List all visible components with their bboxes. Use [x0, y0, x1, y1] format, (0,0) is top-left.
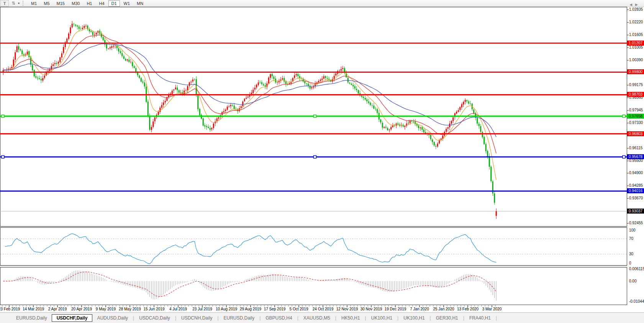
arrows-dropdown-caret[interactable]: ▾	[18, 2, 20, 5]
date-label: 12 Nov 2019	[336, 307, 358, 311]
hline-handle[interactable]	[2, 156, 4, 158]
date-label: 4 Jul 2019	[169, 307, 187, 311]
price-tick-label: 0.96115	[629, 146, 642, 150]
chart-tab-uk100-h1[interactable]: UK100,H1	[399, 314, 429, 322]
price-tick-mark	[627, 123, 629, 123]
chart-tab-eurusd-daily[interactable]: EURUSD,Daily	[11, 314, 52, 322]
timeframe-button-m5[interactable]: M5	[41, 0, 52, 7]
top-toolbar: T ⇅ ▾ M1M5M15M30H1H4D1W1MN	[0, 0, 644, 7]
timeframe-button-m30[interactable]: M30	[69, 0, 83, 7]
hline-handle[interactable]	[314, 156, 316, 158]
price-tick-label: 0.97945	[629, 108, 643, 112]
hline-handle[interactable]	[2, 115, 4, 117]
price-badge-0.94016: 0.94016	[627, 188, 644, 193]
chart-tab-hk50-h1[interactable]: HK50,H1	[337, 314, 365, 322]
price-tick-label: 0.93670	[629, 196, 643, 200]
price-tick-mark	[627, 148, 629, 148]
tab-scroll-left-icon[interactable]: ◀	[629, 3, 635, 7]
price-tick-label: 0.99175	[629, 83, 643, 87]
price-badge-0.99800: 0.99800	[627, 69, 644, 74]
chart-tab-audusd-daily[interactable]: AUDUSD,Daily	[92, 314, 133, 322]
terminal-window: T ⇅ ▾ M1M5M15M30H1H4D1W1MN ▼ USDCHF,Dail…	[0, 0, 644, 323]
date-label: 23 Jul 2019	[192, 307, 212, 311]
date-label: 2 Apr 2019	[48, 307, 67, 311]
price-tick-mark	[627, 223, 629, 223]
timeframe-button-mn[interactable]: MN	[134, 0, 146, 7]
current-price-badge: 0.93037	[627, 209, 644, 214]
timeframe-button-h4[interactable]: H4	[96, 0, 107, 7]
price-axis[interactable]: 1.028351.022201.016051.010051.003900.991…	[627, 7, 644, 305]
chart-tab-fra40-h1[interactable]: FRA40,H1	[465, 314, 495, 322]
date-label: 14 Mar 2019	[23, 307, 44, 311]
macd-scale-label: 0.00	[629, 279, 636, 283]
chart-tab-ger30-h1[interactable]: GER30,H1	[431, 314, 463, 322]
date-label: 20 Apr 2019	[71, 307, 92, 311]
chart-tab-uk100-h1[interactable]: UK100,H1	[367, 314, 397, 322]
rsi-scale-label: 30	[629, 252, 633, 256]
price-tick-label: 1.01605	[629, 33, 643, 37]
chart-tab-usdchf-daily[interactable]: USDCHF,Daily	[52, 314, 93, 322]
chart-tab-gbpusd-h4[interactable]: GBPUSD,H4	[261, 314, 297, 322]
date-label: 19 Dec 2019	[385, 307, 406, 311]
macd-scale-label: 0.006115	[629, 267, 644, 271]
date-label: 28 May 2019	[119, 307, 141, 311]
hline-handle[interactable]	[623, 115, 625, 117]
price-tick-mark	[627, 35, 629, 35]
timeframe-button-m15[interactable]: M15	[54, 0, 68, 7]
chart-tab-xauusd-m5[interactable]: XAUUSD,M5	[299, 314, 335, 322]
price-tick-label: 1.02220	[629, 20, 643, 24]
date-label: 10 Aug 2019	[216, 307, 237, 311]
price-tick-mark	[627, 47, 629, 48]
date-label: 5 Oct 2019	[290, 307, 308, 311]
chart-tab-usdcad-daily[interactable]: USDCAD,Daily	[134, 314, 175, 322]
price-tick-mark	[627, 161, 629, 161]
price-tick-mark	[627, 98, 629, 98]
date-label: 30 Nov 2019	[361, 307, 382, 311]
price-badge-0.97658: 0.97658	[627, 114, 644, 119]
date-axis[interactable]: 23 Feb 201914 Mar 20192 Apr 201920 Apr 2…	[0, 305, 627, 312]
macd-scale-label: -0.010441	[629, 299, 644, 303]
chart-tab-eurusd-daily[interactable]: EURUSD,Daily	[219, 314, 259, 322]
price-tick-mark	[627, 198, 629, 199]
date-label: 9 May 2019	[96, 307, 116, 311]
macd-histogram	[3, 271, 496, 301]
hline-handle[interactable]	[314, 115, 316, 117]
timeframe-button-w1[interactable]: W1	[121, 0, 133, 7]
rsi-scale-label: 100	[629, 228, 636, 232]
timeframe-button-m1[interactable]: M1	[28, 0, 40, 7]
macd-indicator-canvas[interactable]	[0, 267, 627, 305]
price-tick-label: 1.02835	[629, 7, 643, 11]
price-tick-label: 0.94900	[629, 171, 643, 175]
price-badge-0.95678: 0.95678	[627, 154, 644, 159]
date-label: 24 Oct 2019	[313, 307, 333, 311]
rsi-scale-label: 70	[629, 237, 633, 241]
chart-tab-usdcnh-daily[interactable]: USDCNH,Daily	[177, 314, 217, 322]
rsi-line	[5, 234, 497, 264]
candles-group	[3, 21, 497, 219]
rsi-scale-label: 0	[629, 261, 631, 265]
rsi-indicator-canvas[interactable]	[0, 227, 627, 266]
price-tick-mark	[627, 85, 629, 85]
text-tool-icon[interactable]: T	[0, 0, 9, 7]
timeframe-button-h1[interactable]: H1	[84, 0, 95, 7]
price-tick-mark	[627, 186, 629, 186]
timeframe-button-d1[interactable]: D1	[108, 0, 120, 7]
hline-handle[interactable]	[623, 156, 625, 158]
date-label: 29 Aug 2019	[240, 307, 261, 311]
tab-scroll-right-icon[interactable]: ▶	[635, 3, 641, 7]
ma-slow-line	[3, 44, 496, 137]
price-tick-label: 0.92455	[629, 221, 643, 225]
chart-tab-bar: EURUSD,DailyUSDCHF,DailyAUDUSD,Daily|USD…	[0, 312, 644, 323]
date-label: 3 Mar 2020	[482, 307, 502, 311]
price-badge-0.96803: 0.96803	[627, 131, 644, 136]
price-tick-mark	[627, 173, 629, 173]
tab-scroll-arrows: ◀▶	[629, 3, 641, 7]
price-tick-mark	[627, 10, 629, 10]
arrows-tool-icon[interactable]: ⇅	[10, 0, 17, 6]
price-tick-label: 0.94285	[629, 183, 643, 188]
price-tick-mark	[627, 22, 629, 23]
price-chart-canvas[interactable]	[0, 7, 627, 227]
date-label: 13 Feb 2020	[457, 307, 478, 311]
price-tick-mark	[627, 110, 629, 111]
date-label: 17 Sep 2019	[264, 307, 286, 311]
